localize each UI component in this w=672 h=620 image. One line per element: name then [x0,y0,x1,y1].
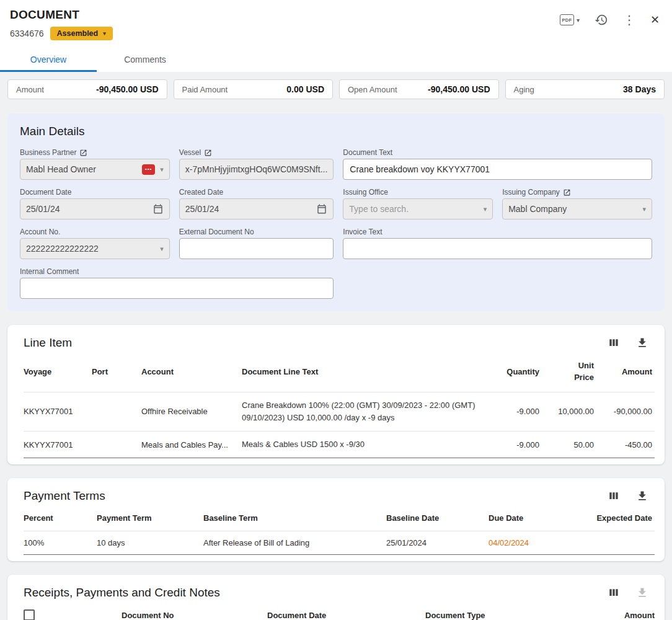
external-document-no-label: External Document No [179,228,254,236]
payment-terms-title: Payment Terms [24,489,105,503]
chevron-down-icon: ▾ [160,166,164,174]
created-date-label: Created Date [179,188,223,197]
document-text-input[interactable] [343,159,652,180]
line-item-head: Line Item [24,336,655,350]
payment-terms-section: Payment Terms Percent Payment Term Basel… [7,478,665,561]
col-document-no: Document No [122,600,267,620]
document-text-label: Document Text [343,148,392,157]
col-port: Port [92,350,141,392]
document-header: DOCUMENT 6334676 Assembled ▾ PDF ▾ ⋮ ✕ [0,0,672,40]
line-item-header-row: Voyage Port Account Document Line Text Q… [24,350,655,392]
payment-terms-header-row: Percent Payment Term Baseline Term Basel… [24,503,655,531]
cell-document-line-text: Crane Breakdown 100% (22:00 (GMT) 30/09/… [242,392,485,431]
external-link-icon[interactable] [204,149,212,157]
close-button[interactable]: ✕ [650,13,660,27]
calendar-icon[interactable] [316,203,327,215]
cell-due-date: 04/02/2024 [489,531,581,555]
download-button[interactable] [636,490,648,502]
line-item-title: Line Item [24,336,72,350]
line-item-row[interactable]: KKYYX77001 Offhire Receivable Crane Brea… [24,392,655,431]
external-document-no-input[interactable] [179,238,334,259]
col-payment-term: Payment Term [97,503,203,531]
issuing-office-select[interactable]: Type to search. ▾ [343,198,493,219]
vessel-label: Vessel [179,148,201,157]
summary-card-aging: Aging 38 Days [505,79,665,99]
summary-value: -90,450.00 USD [428,84,490,94]
field-account-no: Account No. 222222222222222 ▾ [20,228,170,259]
main-details-fields: Business Partner Mabl Head Owner ••• ▾ V… [20,148,652,299]
cell-voyage: KKYYX77001 [24,431,92,458]
cell-account: Meals and Cables Pay... [141,431,242,458]
header-actions: PDF ▾ ⋮ ✕ [560,8,660,27]
chevron-down-icon: ▾ [484,205,487,213]
download-button[interactable] [636,337,648,349]
internal-comment-input[interactable] [20,278,334,299]
payment-terms-table: Percent Payment Term Baseline Term Basel… [24,503,655,555]
line-item-section: Line Item Voyage Port Account Document L… [7,325,665,464]
field-business-partner: Business Partner Mabl Head Owner ••• ▾ [20,148,170,180]
history-button[interactable] [595,13,608,27]
account-no-select[interactable]: 222222222222222 ▾ [20,238,170,259]
col-amount: Amount [594,350,655,392]
more-options-button[interactable]: ⋮ [623,14,635,26]
cell-account: Offhire Receivable [141,392,242,431]
col-unit-price: Unit Price [539,350,594,392]
issuing-company-label: Issuing Company [502,188,560,197]
download-button [636,587,648,599]
external-link-icon[interactable] [563,188,571,197]
payment-terms-row[interactable]: 100% 10 days After Release of Bill of La… [24,531,655,555]
col-quantity: Quantity [485,350,539,392]
business-partner-select[interactable]: Mabl Head Owner ••• ▾ [20,159,170,180]
issuing-company-select[interactable]: Mabl Company ▾ [502,198,652,219]
payment-terms-head: Payment Terms [24,489,655,503]
col-due-date: Due Date [489,503,581,531]
column-chooser-button[interactable] [608,587,620,599]
cell-baseline-term: After Release of Bill of Lading [203,531,386,555]
col-baseline-term: Baseline Term [203,503,386,531]
cell-voyage: KKYYX77001 [24,392,92,431]
field-created-date: Created Date 25/01/24 [179,188,334,219]
main-details-section: Main Details Business Partner Mabl Head … [7,113,665,311]
tab-comments[interactable]: Comments [97,48,193,72]
field-invoice-text: Invoice Text [343,228,652,259]
field-issuing-office: Issuing Office Type to search. ▾ [343,188,493,219]
tab-overview[interactable]: Overview [0,48,97,72]
created-date-input[interactable]: 25/01/24 [179,198,334,219]
cell-expected-date [581,531,655,555]
line-item-row[interactable]: KKYYX77001 Meals and Cables Pay... Meals… [24,431,655,458]
summary-value: 38 Days [623,84,656,94]
vessel-value: x-7pMnHjyjimtxgHOq6WC0M9SNft... [185,164,328,174]
calendar-icon[interactable] [153,203,164,215]
created-date-value: 25/01/24 [185,204,312,214]
document-date-input[interactable]: 25/01/24 [20,198,170,219]
chevron-down-icon: ▾ [103,30,106,37]
receipts-header-row: Document No Document Date Document Type … [24,600,655,620]
select-all-checkbox[interactable] [24,609,35,620]
status-badge[interactable]: Assembled ▾ [50,27,113,40]
cell-payment-term: 10 days [97,531,203,555]
receipts-table: Document No Document Date Document Type … [24,600,655,620]
account-no-label: Account No. [20,228,60,236]
close-icon: ✕ [650,13,660,27]
line-item-table: Voyage Port Account Document Line Text Q… [24,350,655,458]
summary-label: Paid Amount [182,85,228,94]
cell-port [92,392,141,431]
column-chooser-button[interactable] [608,490,620,502]
ellipsis-badge-icon[interactable]: ••• [142,164,155,175]
cell-quantity: -9.000 [485,392,539,431]
pdf-export-button[interactable]: PDF ▾ [560,14,580,25]
col-percent: Percent [24,503,97,531]
page-title: DOCUMENT [10,8,113,22]
cell-percent: 100% [24,531,97,555]
external-link-icon[interactable] [79,149,87,157]
content-area: Amount -90,450.00 USD Paid Amount 0.00 U… [0,72,672,620]
cell-unit-price: 50.00 [539,431,594,458]
column-chooser-button[interactable] [608,337,620,349]
cell-document-line-text: Meals & Cables USD 1500 x -9/30 [242,431,485,458]
history-icon [595,13,608,27]
summary-label: Amount [16,85,44,94]
col-voyage: Voyage [24,350,92,392]
summary-card-open-amount: Open Amount -90,450.00 USD [339,79,499,99]
vessel-input[interactable]: x-7pMnHjyjimtxgHOq6WC0M9SNft... [179,159,334,180]
invoice-text-input[interactable] [343,238,652,259]
